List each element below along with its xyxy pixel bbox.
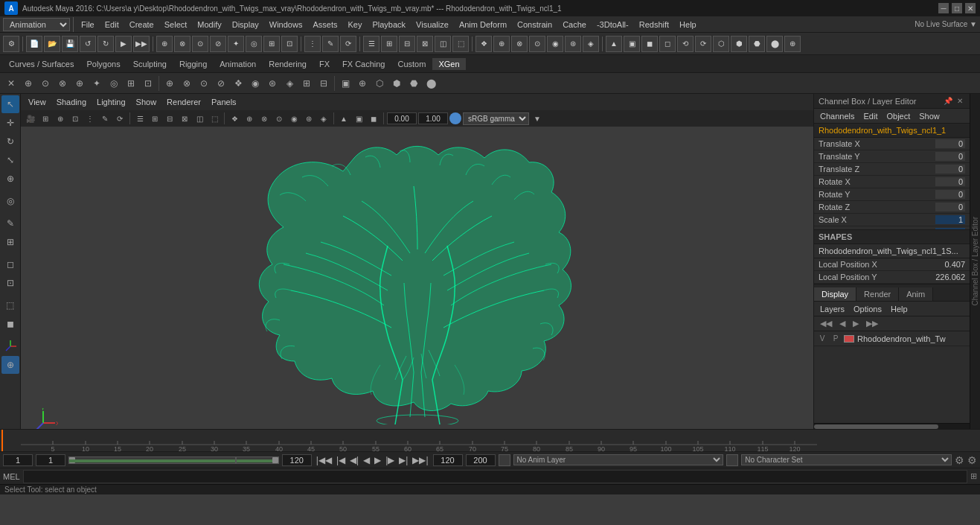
menu-display[interactable]: Display <box>228 19 263 31</box>
menu-help[interactable]: Help <box>675 19 701 31</box>
restore-button[interactable]: □ <box>952 3 962 13</box>
prev-end-btn[interactable]: |◀◀ <box>315 454 333 467</box>
tab-display[interactable]: Display <box>814 287 856 301</box>
vp-tb9[interactable]: ⬚ <box>208 112 221 125</box>
vp-tb13[interactable]: ⊙ <box>272 112 286 125</box>
cb-pin-btn[interactable]: 📌 <box>943 96 953 106</box>
module-curves[interactable]: Curves / Surfaces <box>3 58 80 70</box>
icon-tool6[interactable]: ⊕ <box>161 75 178 92</box>
icon-tool4[interactable]: ⊞ <box>123 75 139 92</box>
tb18[interactable]: ☰ <box>363 36 379 52</box>
tb21[interactable]: ⊠ <box>417 36 433 52</box>
tb35[interactable]: ⟲ <box>677 36 694 52</box>
menu-visualize[interactable]: Visualize <box>411 19 453 31</box>
layer-menu-help[interactable]: Help <box>888 304 911 314</box>
prev-key-btn[interactable]: |◀ <box>335 454 347 467</box>
channel-rotate-z[interactable]: Rotate Z 0 <box>814 201 970 214</box>
menu-file[interactable]: File <box>77 19 99 31</box>
layer-scrollbar[interactable] <box>814 423 970 429</box>
tb22[interactable]: ◫ <box>435 36 451 52</box>
vp-tb20[interactable]: ▼ <box>531 112 544 125</box>
tb40[interactable]: ⬤ <box>766 36 783 52</box>
minimize-button[interactable]: ─ <box>938 3 949 13</box>
tb20[interactable]: ⊟ <box>399 36 415 52</box>
paint-btn[interactable]: ✎ <box>1 214 19 232</box>
module-xgen[interactable]: XGen <box>432 58 465 70</box>
shape-local-pos-y[interactable]: Local Position Y 226.062 <box>814 271 970 284</box>
shape-local-pos-x[interactable]: Local Position X 0.407 <box>814 258 970 271</box>
render-btn[interactable]: ◼ <box>1 315 19 333</box>
menu-key[interactable]: Key <box>343 19 366 31</box>
playback-end-input[interactable] <box>433 454 463 466</box>
tb7[interactable]: ⊕ <box>156 36 173 52</box>
menu-constrain[interactable]: Constrain <box>513 19 557 31</box>
undo-btn[interactable]: ↺ <box>80 36 96 52</box>
tb16[interactable]: ✎ <box>322 36 339 52</box>
vp-cam-btn[interactable]: 🎥 <box>24 112 37 125</box>
vp-tb4[interactable]: ☰ <box>133 112 147 125</box>
module-animation[interactable]: Animation <box>214 58 262 70</box>
playback-range-bar[interactable] <box>68 456 279 464</box>
icon-select[interactable]: ✕ <box>3 75 19 92</box>
module-sculpting[interactable]: Sculpting <box>127 58 173 70</box>
tb6[interactable]: ▶▶ <box>133 36 150 52</box>
current-frame-input[interactable] <box>3 454 33 466</box>
ch-menu-object[interactable]: Object <box>883 110 913 122</box>
layer-prev-btn[interactable]: ◀ <box>836 318 848 329</box>
vp-tb5[interactable]: ⊞ <box>148 112 161 125</box>
play-fwd-btn[interactable]: ▶ <box>373 454 382 467</box>
viewport[interactable]: View Shading Lighting Show Renderer Pane… <box>21 94 813 429</box>
soft-mod-btn[interactable]: ◎ <box>1 192 19 210</box>
menu-assets[interactable]: Assets <box>308 19 342 31</box>
tb12[interactable]: ◎ <box>246 36 262 52</box>
tb39[interactable]: ⬣ <box>749 36 765 52</box>
vp-grid-btn[interactable]: ⊡ <box>68 112 82 125</box>
tb14[interactable]: ⊡ <box>281 36 298 52</box>
vp-menu-show[interactable]: Show <box>132 96 161 108</box>
icon-tool19[interactable]: ⬢ <box>388 75 405 92</box>
cb-close-btn[interactable]: ✕ <box>955 96 965 106</box>
vp-color-btn[interactable] <box>449 112 461 124</box>
range-start-input[interactable] <box>36 454 65 466</box>
layer-row-1[interactable]: V P Rhododendron_with_Tw <box>814 331 970 346</box>
tb5[interactable]: ▶ <box>115 36 132 52</box>
toolbar-btn-1[interactable]: ⚙ <box>3 36 19 52</box>
mel-input[interactable] <box>23 470 967 483</box>
vp-tb10[interactable]: ❖ <box>228 112 241 125</box>
vp-tb15[interactable]: ⊛ <box>302 112 316 125</box>
tb32[interactable]: ▣ <box>624 36 640 52</box>
icon-tool11[interactable]: ◉ <box>247 75 263 92</box>
vp-tb11[interactable]: ⊕ <box>243 112 256 125</box>
vp-film-btn[interactable]: ⊞ <box>39 112 52 125</box>
tb17[interactable]: ⟳ <box>340 36 356 52</box>
tab-anim[interactable]: Anim <box>899 287 933 301</box>
vp-tb18[interactable]: ▣ <box>352 112 365 125</box>
icon-tool20[interactable]: ⬣ <box>406 75 422 92</box>
ch-menu-channels[interactable]: Channels <box>817 110 857 122</box>
channel-translate-x[interactable]: Translate X 0 <box>814 138 970 150</box>
tb19[interactable]: ⊞ <box>381 36 397 52</box>
tb9[interactable]: ⊙ <box>192 36 208 52</box>
layer-new-btn[interactable]: ◀◀ <box>817 318 835 329</box>
icon-tool12[interactable]: ⊛ <box>264 75 281 92</box>
tb33[interactable]: ◼ <box>641 36 658 52</box>
vp-menu-shading[interactable]: Shading <box>52 96 91 108</box>
vp-menu-renderer[interactable]: Renderer <box>162 96 205 108</box>
menu-modify[interactable]: Modify <box>193 19 225 31</box>
icon-tool9[interactable]: ⊘ <box>213 75 229 92</box>
axis-btn[interactable] <box>1 337 19 355</box>
tb10[interactable]: ⊘ <box>210 36 226 52</box>
vp-tb8[interactable]: ◫ <box>193 112 206 125</box>
menu-create[interactable]: Create <box>125 19 158 31</box>
right-edge-label[interactable]: Channel Box / Layer Editor <box>971 217 979 306</box>
workspace-selector[interactable]: Animation <box>3 18 70 31</box>
menu-3dtoall[interactable]: -3DtoAll- <box>592 19 633 31</box>
vp-tb14[interactable]: ◉ <box>287 112 301 125</box>
tb41[interactable]: ⊕ <box>784 36 801 52</box>
ch-menu-show[interactable]: Show <box>916 110 943 122</box>
menu-anim-deform[interactable]: Anim Deform <box>455 19 511 31</box>
icon-tool21[interactable]: ⬤ <box>423 75 439 92</box>
tb30[interactable]: ◈ <box>583 36 599 52</box>
icon-tool2[interactable]: ✦ <box>89 75 105 92</box>
icon-paint[interactable]: ⊕ <box>20 75 36 92</box>
